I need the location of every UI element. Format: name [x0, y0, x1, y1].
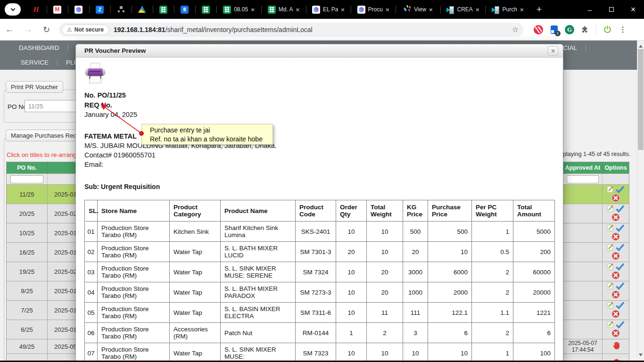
browser-tab[interactable]: [195, 0, 216, 19]
po-no-cell: 9/25: [7, 281, 48, 300]
browser-tab[interactable]: CREA ×: [440, 0, 485, 19]
options-table-row: [563, 204, 629, 223]
nav-item-service[interactable]: SERVICE: [21, 59, 49, 66]
delete-x-icon[interactable]: [611, 310, 620, 320]
col-header-options[interactable]: Options: [603, 162, 629, 173]
red-extension-icon[interactable]: [534, 25, 543, 34]
tab-close-icon[interactable]: ×: [386, 7, 389, 13]
edit-pencil-icon[interactable]: [607, 301, 614, 310]
delete-x-icon[interactable]: [611, 252, 620, 262]
browser-tab[interactable]: [47, 0, 68, 19]
browser-tab[interactable]: View ×: [396, 0, 440, 19]
col-header-po-no[interactable]: PO No.: [7, 162, 48, 173]
col-header-approved-at[interactable]: Approved At: [563, 162, 603, 173]
po-no-filter-input[interactable]: [10, 175, 43, 183]
delete-x-icon[interactable]: [611, 329, 620, 339]
tab-close-icon[interactable]: ×: [520, 7, 524, 13]
new-tab-button[interactable]: +: [530, 4, 548, 15]
edit-pencil-icon[interactable]: [607, 263, 614, 272]
edit-pencil-icon[interactable]: [607, 282, 614, 291]
approve-check-icon[interactable]: [615, 321, 625, 330]
delete-x-icon[interactable]: [611, 290, 620, 300]
back-button[interactable]: ←: [0, 25, 19, 34]
edit-pencil-icon[interactable]: [607, 205, 614, 214]
total-weight-cell: 10: [367, 242, 403, 262]
maximize-button[interactable]: [601, 0, 622, 19]
edit-pencil-icon[interactable]: [607, 185, 614, 194]
close-window-button[interactable]: ×: [622, 0, 644, 19]
approve-check-icon[interactable]: [615, 224, 625, 233]
browser-tab[interactable]: [89, 0, 110, 19]
product-name-cell: S. L. BASIN MIXER ELECTRA: [221, 303, 296, 323]
tab-close-icon[interactable]: ×: [296, 7, 300, 13]
toolbar-divider: [596, 25, 596, 34]
per-pc-weight-cell: 1: [472, 222, 513, 242]
delete-x-icon[interactable]: [611, 271, 620, 281]
nav-item-financial-partial[interactable]: CIAL: [563, 44, 577, 51]
url-text[interactable]: 192.168.1.184:81/sharif_metal/inventory/…: [114, 26, 313, 33]
delete-x-icon[interactable]: [611, 213, 620, 223]
product-category-cell: Water Tap: [170, 282, 221, 303]
approve-check-icon[interactable]: [615, 205, 625, 214]
results-summary: playing 1-45 of 45 results.: [563, 151, 630, 157]
approve-check-icon[interactable]: [615, 263, 625, 272]
scroll-down-arrow-icon[interactable]: [639, 354, 643, 358]
reload-button[interactable]: ↻: [38, 25, 55, 35]
power-icon[interactable]: [603, 25, 612, 34]
product-category-cell: Water Tap: [170, 303, 221, 323]
password-extension-icon[interactable]: 1: [549, 25, 559, 34]
browser-tab[interactable]: [110, 0, 132, 19]
browser-tab[interactable]: [132, 0, 153, 19]
tab-close-icon[interactable]: ×: [429, 7, 433, 13]
address-bar[interactable]: ⚠ Not secure 192.168.1.184:81/sharif_met…: [59, 23, 523, 37]
tab-close-icon[interactable]: ×: [251, 7, 255, 13]
scroll-up-arrow-icon[interactable]: [639, 43, 643, 48]
browser-tab[interactable]: [174, 0, 195, 19]
minimize-button[interactable]: –: [579, 0, 601, 19]
browser-tab[interactable]: [68, 0, 89, 19]
browser-tab[interactable]: EL Pa ×: [306, 0, 351, 19]
purchase-price-cell: 122.1: [428, 303, 472, 323]
store-name-cell: Production Store Tarabo (RM): [98, 242, 170, 262]
approved-at-filter-input[interactable]: [567, 175, 599, 183]
stop-hand-icon[interactable]: [612, 342, 619, 351]
browser-menu-icon[interactable]: ⋮: [618, 25, 627, 34]
edit-pencil-icon[interactable]: [607, 224, 614, 233]
purchase-price-cell: 10: [428, 242, 472, 262]
total-amount-cell: 100: [513, 343, 555, 362]
browser-tab[interactable]: [25, 0, 47, 19]
approve-check-icon[interactable]: [615, 243, 625, 253]
browser-tab[interactable]: 08.05 ×: [216, 0, 261, 19]
total-weight-cell: 20: [367, 282, 403, 303]
options-table-row: [563, 223, 629, 242]
tab-favicon: [181, 6, 189, 14]
tab-close-icon[interactable]: ×: [341, 7, 345, 13]
delete-x-icon[interactable]: [611, 194, 620, 204]
tab-title: EL Pa: [323, 6, 338, 13]
edit-pencil-icon[interactable]: [607, 243, 614, 252]
browser-tab[interactable]: [153, 0, 174, 19]
delete-x-icon[interactable]: [611, 232, 620, 242]
print-icon[interactable]: [84, 62, 106, 87]
tab-search-button[interactable]: [5, 3, 21, 16]
browser-tab[interactable]: Purch ×: [485, 0, 530, 19]
approve-check-icon[interactable]: [615, 185, 625, 195]
approve-check-icon[interactable]: [615, 282, 625, 291]
security-chip[interactable]: ⚠ Not secure: [62, 25, 109, 35]
tab-close-icon[interactable]: ×: [476, 7, 479, 13]
browser-tab[interactable]: Procu ×: [351, 0, 396, 19]
extensions-puzzle-icon[interactable]: [580, 25, 590, 34]
modal-close-button[interactable]: ×: [548, 46, 558, 56]
edit-pencil-icon[interactable]: [607, 321, 614, 329]
approved-at-cell: [563, 301, 603, 320]
scrollbar-thumb[interactable]: [638, 49, 644, 150]
modal-header[interactable]: PR Voucher Preview ×: [76, 44, 563, 58]
tab-favicon: [53, 6, 61, 14]
bookmark-star-icon[interactable]: ☆: [512, 25, 519, 34]
approve-check-icon[interactable]: [615, 301, 625, 311]
nav-item-dashboard[interactable]: DASHBOARD: [19, 44, 59, 51]
page-scrollbar[interactable]: [637, 41, 644, 362]
forward-button[interactable]: →: [19, 25, 38, 34]
browser-tab[interactable]: Md. A ×: [261, 0, 306, 19]
grammarly-icon[interactable]: G: [565, 25, 574, 34]
